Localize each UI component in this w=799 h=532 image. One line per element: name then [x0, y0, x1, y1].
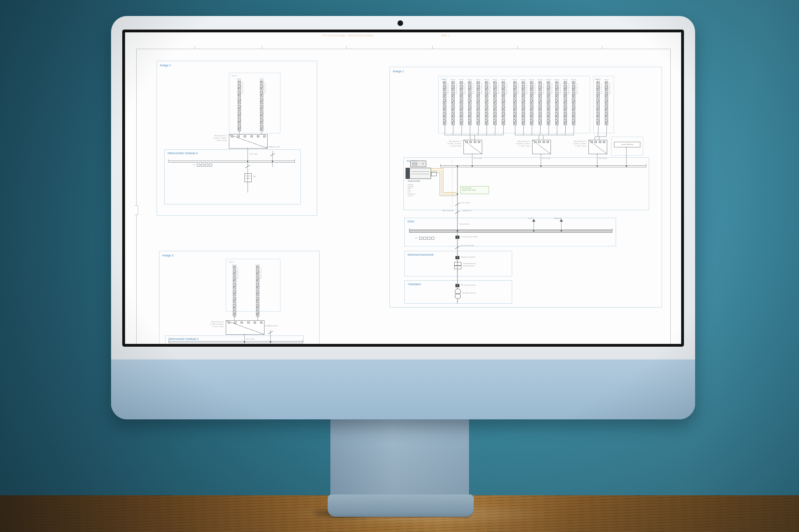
pv-module-icon	[564, 81, 567, 84]
micro-label: Netz Allgemeinstrom	[266, 146, 280, 148]
pv-module-icon	[256, 293, 259, 296]
dc-terminals	[590, 141, 605, 143]
pv-module-icon	[547, 105, 550, 108]
pv-module-icon	[256, 300, 259, 303]
circuit-breaker	[455, 236, 459, 239]
pv-module-icon	[605, 99, 608, 101]
pv-string-note: 12x PV-Modul 415 Wp	[489, 83, 491, 94]
pv-module-icon	[539, 95, 542, 98]
pv-module-icon	[485, 109, 488, 111]
pv-string: String 112x PV-Modul 415 Wp	[235, 78, 243, 133]
pv-module-icon	[572, 81, 575, 84]
string-wire	[487, 125, 487, 133]
pv-module-icon	[605, 88, 608, 91]
pv-module-icon	[555, 99, 559, 101]
ac-busbar	[441, 167, 646, 167]
micro-label: Wechselrichter 1.1	[413, 141, 461, 142]
pv-module-icon	[547, 85, 550, 88]
pv-module-icon	[493, 88, 497, 91]
pv-string-note: 12x PV-Modul 415 Wp	[526, 83, 527, 94]
pv-string-note: 12x PV-Modul 415 Wp	[260, 268, 262, 279]
legend-line: – Messung U/I	[407, 193, 415, 195]
pv-module-chain: 12x PV-Modul 415 Wp	[233, 266, 236, 316]
pv-module-icon	[468, 105, 471, 108]
bus-box-gebaeude-a	[164, 149, 301, 204]
pv-module-icon	[513, 92, 517, 95]
pv-string-note: 12x PV-Modul 415 Wp	[455, 83, 457, 94]
pv-module-icon	[443, 99, 446, 101]
pv-module-icon	[477, 105, 480, 108]
dc-terminals	[228, 322, 262, 324]
pv-module-icon	[233, 280, 236, 282]
pv-module-chain: 12x PV-Modul 415 Wp	[443, 81, 446, 125]
pv-module-icon	[451, 115, 455, 118]
pv-string-note: 12x PV-Modul 415 Wp	[543, 83, 544, 94]
pv-string: String 1012x PV-Modul 415 Wp	[519, 79, 527, 133]
pv-module-icon	[605, 112, 608, 115]
pv-module-icon	[493, 119, 497, 122]
pv-string-note: 12x PV-Modul 415 Wp	[472, 83, 474, 94]
pv-module-icon	[513, 99, 517, 101]
string-wire	[565, 125, 566, 133]
pv-module-icon	[233, 310, 236, 313]
pv-module-icon	[443, 112, 446, 115]
pv-module-icon	[233, 314, 236, 316]
pv-module-icon	[596, 88, 600, 91]
pv-module-icon	[564, 88, 567, 91]
pv-module-chain: 12x PV-Modul 415 Wp	[451, 81, 455, 125]
pv-module-icon	[596, 99, 600, 101]
pv-module-icon	[256, 280, 259, 282]
schematic-sheet[interactable]: PV-Gesamtanlage · Übersichtsschaltplan B…	[135, 34, 672, 343]
pv-module-icon	[555, 115, 559, 118]
pv-module-icon	[547, 95, 550, 98]
pv-module-icon	[260, 108, 263, 111]
micro-label: 3~ 400 V / 50 Hz	[176, 326, 224, 328]
pv-module-icon	[260, 101, 263, 104]
metering-ct	[454, 266, 461, 269]
pv-string-note: 12x PV-Modul 415 Wp	[559, 83, 561, 94]
pv-module-icon	[451, 105, 455, 108]
pv-string-note: 12x PV-Modul 415 Wp	[237, 268, 239, 279]
pv-module-icon	[233, 270, 236, 272]
pv-module-chain: 12x PV-Modul 415 Wp	[485, 81, 488, 125]
pv-string: String 1112x PV-Modul 415 Wp	[528, 79, 536, 133]
pv-module-icon	[502, 95, 505, 98]
pv-module-icon	[238, 87, 241, 90]
pv-module-icon	[513, 122, 517, 125]
pv-module-icon	[555, 88, 559, 91]
pv-module-icon	[260, 125, 263, 128]
pv-module-icon	[555, 109, 559, 111]
pv-module-icon	[539, 112, 542, 115]
pv-string: String 1412x PV-Modul 415 Wp	[553, 79, 561, 133]
pv-module-icon	[596, 95, 600, 98]
micro-label: MS-Lasttrennschalter	[461, 284, 475, 286]
pv-module-icon	[443, 119, 446, 122]
pv-module-icon	[256, 307, 259, 310]
pv-module-icon	[572, 102, 575, 105]
parkcontroller-label: Parkcontroller	[408, 180, 420, 182]
eshv-title: ESHV	[407, 220, 415, 223]
pv-module-icon	[477, 85, 480, 88]
pv-module-icon	[443, 85, 446, 88]
pv-module-icon	[233, 300, 236, 303]
pv-module-icon	[572, 115, 575, 118]
pv-module-icon	[238, 115, 241, 117]
pv-module-icon	[477, 92, 480, 95]
pv-module-icon	[522, 119, 525, 122]
string-wire	[470, 125, 470, 133]
pv-module-icon	[539, 119, 542, 122]
dc-terminals	[231, 135, 266, 137]
parkcontroller-device	[405, 168, 431, 179]
micro-label: Wechselrichter 2.1	[179, 135, 227, 137]
micro-label: kWh	[253, 176, 256, 177]
string-wire	[262, 131, 262, 133]
pv-module-chain: 12x PV-Modul 415 Wp	[555, 81, 559, 125]
pv-module-chain: 12x PV-Modul 415 Wp	[460, 81, 463, 125]
pv-module-icon	[493, 95, 497, 98]
pv-module-icon	[547, 99, 550, 101]
pv-module-icon	[502, 109, 505, 111]
pv-module-icon	[530, 88, 533, 91]
pv-module-icon	[572, 112, 575, 115]
busbar	[169, 161, 294, 161]
sheet-frame-right	[670, 49, 671, 343]
